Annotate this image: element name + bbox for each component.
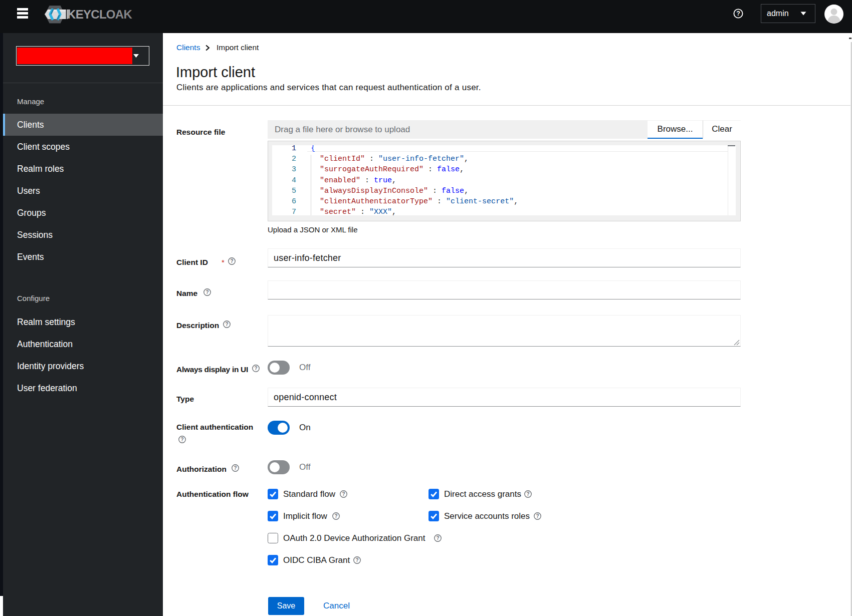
svg-text:?: ? [436, 535, 439, 541]
svg-text:?: ? [180, 437, 183, 442]
svg-text:?: ? [334, 513, 337, 519]
svg-text:?: ? [230, 258, 233, 264]
svg-text:?: ? [536, 513, 539, 519]
svg-text:?: ? [342, 491, 345, 497]
svg-text:KEYCLOAK: KEYCLOAK [67, 8, 132, 21]
svg-text:?: ? [254, 366, 257, 371]
svg-text:?: ? [736, 10, 740, 17]
svg-text:?: ? [526, 491, 529, 497]
svg-text:?: ? [355, 557, 358, 563]
svg-text:?: ? [234, 465, 237, 471]
svg-text:?: ? [225, 322, 228, 327]
svg-text:?: ? [205, 289, 208, 295]
